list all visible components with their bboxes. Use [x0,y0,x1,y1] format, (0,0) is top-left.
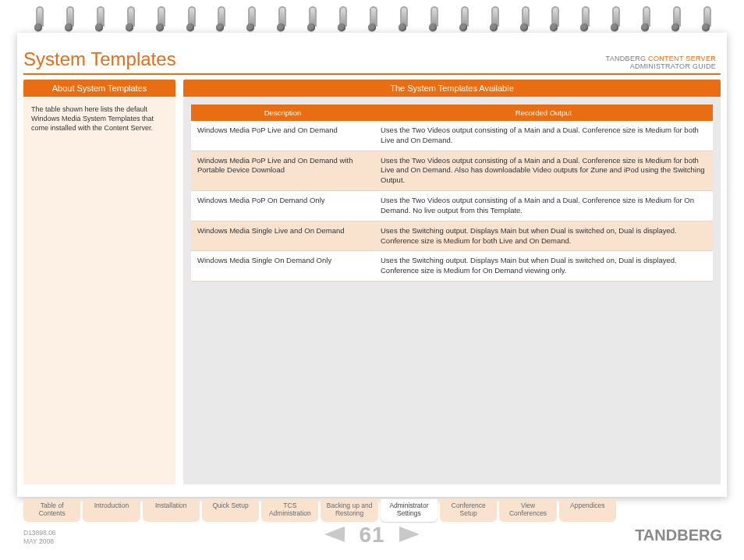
about-text: The table shown here lists the default W… [31,105,168,133]
nav-tab-administrator-settings[interactable]: AdministratorSettings [381,499,438,522]
binding-ring [579,6,590,33]
cell-recorded-output: Uses the Two Videos output consisting of… [374,151,713,190]
nav-tab-table-of-contents[interactable]: Table ofContents [23,499,80,522]
cell-description: Windows Media PoP Live and On Demand [191,121,374,151]
binding-ring [397,6,408,33]
cell-description: Windows Media Single On Demand Only [191,251,374,282]
page-number: 61 [351,523,392,548]
prev-page-arrow-icon[interactable] [324,523,345,548]
brand-product: CONTENT SERVER [648,55,716,62]
cell-description: Windows Media PoP On Demand Only [191,191,374,222]
binding-ring [185,6,196,33]
nav-tab-introduction[interactable]: Introduction [83,499,140,522]
binding-ring [519,6,530,33]
binding-ring [94,6,105,33]
binding-ring [548,6,559,33]
table-header-row: Description Recorded Output [191,105,713,121]
binding-ring [214,6,225,33]
footer-brand: TANDBERG [635,526,722,544]
tab-about-system-templates[interactable]: About System Templates [23,80,175,97]
binding-ring [427,6,438,33]
binding-ring [124,6,135,33]
nav-tab-tcs-administration[interactable]: TCSAdministration [261,499,318,522]
cell-description: Windows Media PoP Live and On Demand wit… [191,151,374,190]
binding-ring [488,6,499,33]
nav-tab-quick-setup[interactable]: Quick Setup [202,499,259,522]
nav-tab-installation[interactable]: Installation [143,499,200,522]
cell-recorded-output: Uses the Two Videos output consisting of… [374,121,713,151]
tab-system-templates-available[interactable]: The System Templates Available [183,80,721,97]
binding-ring [670,6,681,33]
binding-ring [306,6,317,33]
binding-ring [245,6,256,33]
col-header-recorded-output: Recorded Output [374,105,713,121]
page-body: System Templates TANDBERG CONTENT SERVER… [17,33,727,497]
svg-marker-0 [324,526,345,542]
binding-ring [639,6,650,33]
templates-panel: Description Recorded Output Windows Medi… [183,97,721,484]
cell-recorded-output: Uses the Switching output. Displays Main… [374,251,713,282]
pager: 61 [0,521,744,548]
binding-ring [63,6,74,33]
binding-ring [154,6,165,33]
table-body: Windows Media PoP Live and On DemandUses… [191,121,713,281]
svg-marker-1 [399,526,420,542]
table-row: Windows Media Single On Demand OnlyUses … [191,251,713,282]
nav-tab-conference-setup[interactable]: ConferenceSetup [440,499,497,522]
nav-tab-backing-up-and-restoring[interactable]: Backing up andRestoring [321,499,377,522]
content-columns: The table shown here lists the default W… [17,97,727,491]
page-title: System Templates [23,48,176,70]
col-header-description: Description [191,105,374,121]
cell-description: Windows Media Single Live and On Demand [191,221,374,251]
templates-table: Description Recorded Output Windows Medi… [191,105,713,282]
binding-ring [336,6,347,33]
binding-ring [458,6,469,33]
section-tabs: About System Templates The System Templa… [17,75,727,97]
next-page-arrow-icon[interactable] [399,523,420,548]
brand-name: TANDBERG [606,55,649,62]
nav-tab-view-conferences[interactable]: ViewConferences [499,499,556,522]
brand-subtitle: ADMINISTRATOR GUIDE [630,62,716,70]
binding-ring [33,6,44,33]
cell-recorded-output: Uses the Switching output. Displays Main… [374,221,713,251]
header: System Templates TANDBERG CONTENT SERVER… [17,33,727,73]
binding-ring [609,6,620,33]
table-row: Windows Media PoP Live and On Demand wit… [191,151,713,190]
bottom-nav: Table ofContentsIntroductionInstallation… [23,499,616,522]
nav-tab-appendices[interactable]: Appendices [559,499,616,522]
table-row: Windows Media PoP Live and On DemandUses… [191,121,713,151]
cell-recorded-output: Uses the Two Videos output consisting of… [374,191,713,222]
binding-ring [700,6,711,33]
binding-ring [275,6,286,33]
header-brand: TANDBERG CONTENT SERVER ADMINISTRATOR GU… [606,55,716,70]
about-panel: The table shown here lists the default W… [23,97,175,484]
table-row: Windows Media PoP On Demand OnlyUses the… [191,191,713,222]
table-row: Windows Media Single Live and On DemandU… [191,221,713,251]
binding-ring [367,6,377,33]
